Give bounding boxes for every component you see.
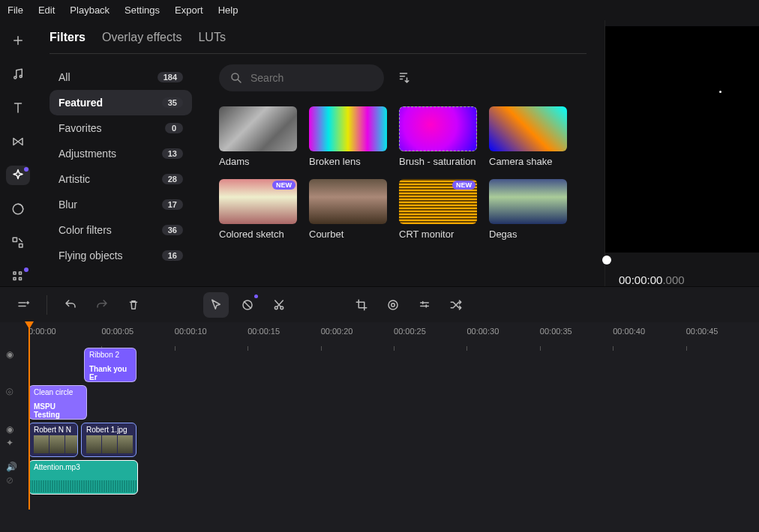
timeline-toolbar [0, 286, 759, 322]
timeline-ruler[interactable]: 0:00:00 00:00:05 00:00:10 00:00:15 00:00… [0, 322, 759, 348]
filter-degas[interactable]: Degas [489, 179, 567, 240]
text-tool[interactable] [6, 98, 30, 118]
menu-playback[interactable]: Playback [70, 4, 110, 16]
clip-properties-button[interactable] [412, 292, 437, 318]
track-audio[interactable]: 🔊⊘ Attention.mp3 [28, 460, 759, 495]
tab-overlay-effects[interactable]: Overlay effects [102, 31, 182, 44]
transition-tool[interactable] [6, 132, 30, 152]
random-button[interactable] [443, 292, 469, 318]
filters-panel: Filters Overlay effects LUTs All184 Feat… [36, 20, 605, 286]
svg-point-12 [388, 300, 398, 309]
svg-rect-7 [20, 277, 22, 279]
tab-filters[interactable]: Filters [50, 31, 86, 44]
svg-point-0 [14, 76, 16, 79]
preview-slider[interactable] [605, 254, 759, 265]
category-featured[interactable]: Featured35 [50, 90, 192, 115]
preview-video[interactable] [605, 26, 759, 253]
eye-icon[interactable]: ◉ [6, 424, 14, 435]
svg-rect-5 [20, 272, 22, 274]
eye-icon[interactable]: ◉ [6, 349, 14, 360]
filter-broken-lens[interactable]: Broken lens [309, 106, 387, 167]
preview-timecode: 00:00:00.000 [605, 265, 759, 286]
category-flying-objects[interactable]: Flying objects16 [50, 243, 192, 268]
mute-icon[interactable]: ⊘ [6, 475, 17, 486]
add-media-button[interactable] [6, 31, 30, 51]
delete-button[interactable] [121, 292, 146, 318]
elements-tool[interactable] [6, 232, 30, 253]
menu-edit[interactable]: Edit [38, 4, 55, 16]
track-video[interactable]: ◉✦ Robert N N Robert 1.jpg [28, 423, 759, 457]
select-tool[interactable] [203, 292, 229, 318]
filter-brush-saturation[interactable]: Brush - saturation [399, 106, 477, 167]
timeline[interactable]: 0:00:00 00:00:05 00:00:10 00:00:15 00:00… [0, 322, 759, 532]
fx-icon[interactable]: ✦ [6, 438, 14, 448]
speaker-icon[interactable]: 🔊 [6, 462, 17, 472]
clip-attention-audio[interactable]: Attention.mp3 [28, 460, 138, 495]
search-icon [230, 71, 243, 85]
tool-sidebar [0, 20, 36, 286]
sort-button[interactable] [393, 67, 414, 88]
audio-tool[interactable] [6, 64, 30, 85]
stickers-tool[interactable] [6, 199, 30, 219]
svg-rect-3 [13, 238, 16, 241]
filter-crt-monitor[interactable]: NEWCRT monitor [399, 179, 477, 240]
cut-tool[interactable] [266, 292, 292, 318]
track-title-1[interactable]: ◉ Ribbon 2 Thank you Er [28, 348, 759, 382]
track-options-button[interactable] [10, 292, 36, 318]
filter-courbet[interactable]: Courbet [309, 179, 387, 240]
menu-file[interactable]: File [8, 4, 23, 16]
crop-button[interactable] [349, 292, 374, 318]
filter-adams[interactable]: Adams [219, 106, 297, 167]
category-artistic[interactable]: Artistic28 [50, 166, 192, 192]
panel-tabs: Filters Overlay effects LUTs [50, 31, 586, 44]
clip-robert-nn[interactable]: Robert N N [28, 423, 78, 457]
filter-grid: Adams Broken lens Brush - saturation Cam… [219, 106, 586, 240]
menu-export[interactable]: Export [175, 4, 203, 16]
more-tool[interactable] [6, 266, 30, 286]
svg-point-1 [20, 76, 22, 78]
preview-panel: 00:00:00.000 [605, 20, 759, 286]
category-list: All184 Featured35 Favorites0 Adjustments… [50, 64, 192, 268]
svg-rect-4 [14, 272, 16, 274]
ripple-tool[interactable] [235, 292, 260, 318]
category-color-filters[interactable]: Color filters36 [50, 217, 192, 243]
menu-settings[interactable]: Settings [124, 4, 160, 16]
search-input[interactable] [250, 72, 363, 84]
menu-help[interactable]: Help [218, 4, 238, 16]
track-title-2[interactable]: ⦾ Clean circle MSPU Testing [28, 385, 759, 420]
menu-bar: File Edit Playback Settings Export Help [0, 0, 759, 20]
link-icon[interactable]: ⦾ [6, 387, 14, 397]
filter-colored-sketch[interactable]: NEWColored sketch [219, 179, 297, 240]
category-blur[interactable]: Blur17 [50, 192, 192, 217]
search-box[interactable] [219, 64, 384, 91]
clip-ribbon[interactable]: Ribbon 2 Thank you Er [84, 348, 136, 382]
clip-robert-1[interactable]: Robert 1.jpg [81, 423, 136, 457]
filter-camera-shake[interactable]: Camera shake [489, 106, 567, 167]
undo-button[interactable] [58, 292, 83, 318]
category-adjustments[interactable]: Adjustments13 [50, 141, 192, 166]
redo-button[interactable] [89, 292, 115, 318]
tab-luts[interactable]: LUTs [198, 31, 225, 44]
clip-clean-circle[interactable]: Clean circle MSPU Testing [28, 385, 87, 420]
playhead[interactable] [28, 322, 30, 510]
svg-point-13 [392, 303, 395, 306]
category-all[interactable]: All184 [50, 64, 192, 90]
svg-rect-6 [14, 277, 16, 279]
color-adjust-button[interactable] [380, 292, 406, 318]
svg-point-8 [232, 73, 238, 80]
category-favorites[interactable]: Favorites0 [50, 115, 192, 141]
effects-tool[interactable] [6, 166, 30, 186]
